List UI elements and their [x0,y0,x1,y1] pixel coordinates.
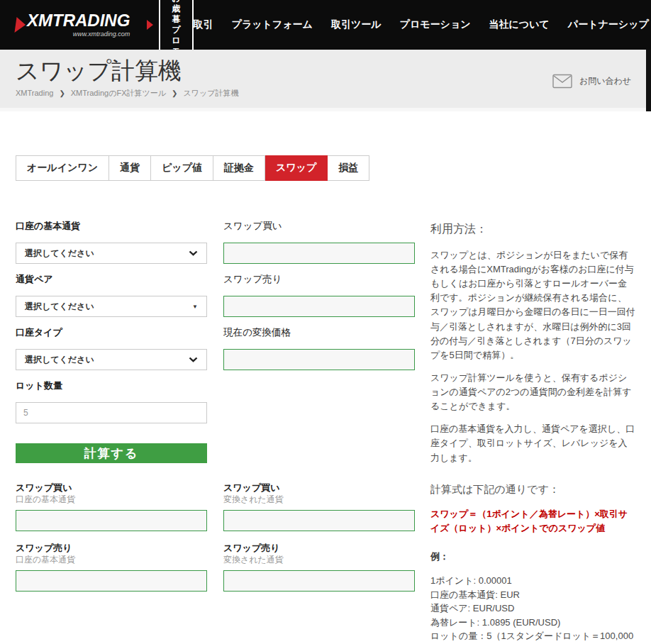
account-type-select[interactable]: 選択してください [16,349,207,370]
breadcrumb-separator-icon: ❯ [172,89,177,97]
swap-long-field [223,243,415,264]
breadcrumb-fx-tools[interactable]: XMTradingのFX計算ツール [71,88,166,99]
chevron-down-icon [189,250,198,256]
current-price-field [223,349,415,370]
calculator-tabs: オールインワン 通貨 ピップ値 証拠金 スワップ 損益 [16,155,635,181]
form-column-left: 口座の基本通貨 選択してください 通貨ペア 選択してください [16,221,207,463]
lot-amount-label: ロット数量 [16,380,207,391]
example-line: ロットの量：5（1スタンダードロット＝100,000通貨） [430,629,635,644]
breadcrumb-home[interactable]: XMTrading [16,89,53,97]
form-column-middle: スワップ買い スワップ売り 現在の変換価格 [223,221,415,463]
result-swap-long-base-field [16,510,207,531]
base-currency-label: 口座の基本通貨 [16,221,207,231]
main-nav: 取引 プラットフォーム 取引ツール プロモーション 当社について パートナーシッ… [194,18,649,31]
nav-item-promotions[interactable]: プロモーション [400,18,471,31]
nav-item-tools[interactable]: 取引ツール [331,18,382,31]
tab-all-in-one[interactable]: オールインワン [16,155,109,181]
tab-margin[interactable]: 証拠金 [213,155,265,181]
content: オールインワン 通貨 ピップ値 証拠金 スワップ 損益 口座の基本通貨 選択して… [0,155,651,644]
brand-logo[interactable]: XMTRADING www.xmtrading.com [16,12,130,38]
base-currency-select[interactable]: 選択してください [16,243,207,264]
contact-link[interactable]: お問い合わせ [552,74,631,89]
example-line: 通貨ペア: EUR/USD [430,601,635,616]
swap-short-field [223,296,415,317]
example-line: 口座の基本通貨: EUR [430,588,635,602]
nav-item-partnership[interactable]: パートナーシップ [568,18,649,31]
page: XMTRADING www.xmtrading.com お歳暮 プロモ 取引 プ… [0,0,651,644]
usage-paragraph: 口座の基本通貨を入力し、通貨ペアを選択し、口座タイプ、取引ロットサイズ、レバレッ… [430,422,635,465]
result-swap-long-converted: スワップ買い 変換された通貨 [223,482,415,531]
calculate-button[interactable]: 計算する [16,443,207,463]
logo-url-text: www.xmtrading.com [73,30,130,38]
example-heading: 例： [430,550,635,564]
header: XMTRADING www.xmtrading.com お歳暮 プロモ 取引 プ… [0,0,651,50]
contact-label: お問い合わせ [579,75,631,87]
page-title: スワップ計算機 [16,57,635,85]
example-line: 1ポイント: 0.00001 [430,574,635,588]
results-grid: スワップ買い 口座の基本通貨 スワップ買い 変換された通貨 スワップ売り 口座の… [16,482,415,592]
usage-paragraph: スワップ計算ツールを使うと、保有するポジションの通貨ペアの2つの通貨間の金利差を… [430,371,635,413]
usage-paragraph: スワップとは、ポジションが日をまたいで保有される場合にXMTradingがお客様… [430,248,635,362]
usage-heading: 利用方法： [430,221,635,238]
promo-arrow-icon [147,20,153,30]
current-price-label: 現在の変換価格 [223,327,415,338]
result-swap-short-converted-field [223,570,415,592]
example-line: 為替レート: 1.0895 (EUR/USD) [430,616,635,630]
lot-amount-input[interactable] [16,402,207,423]
triangle-down-icon: ▼ [192,304,198,310]
breadcrumb: XMTrading ❯ XMTradingのFX計算ツール ❯ スワップ計算機 [16,88,635,99]
envelope-icon [552,74,572,89]
tab-profit-loss[interactable]: 損益 [328,155,369,181]
tab-swap[interactable]: スワップ [265,155,328,181]
swap-short-label: スワップ売り [223,274,415,284]
hero-right-dark-strip [646,50,651,111]
account-type-label: 口座タイプ [16,327,207,338]
formula-heading: 計算式は下記の通りです： [430,481,635,497]
info-sidebar: 利用方法： スワップとは、ポジションが日をまたいで保有される場合にXMTradi… [430,221,635,644]
breadcrumb-current: スワップ計算機 [183,88,238,99]
chevron-down-icon [189,357,198,362]
breadcrumb-separator-icon: ❯ [59,89,65,97]
result-swap-short-converted: スワップ売り 変換された通貨 [223,543,415,592]
result-swap-short-base-field [16,570,207,592]
logo-arrow-icon [14,17,26,33]
currency-pair-label: 通貨ペア [16,274,207,284]
promo-badge-line1: お歳暮 [172,0,180,25]
nav-item-about[interactable]: 当社について [489,18,550,31]
calculator-form: 口座の基本通貨 選択してください 通貨ペア 選択してください [16,221,415,644]
logo-brand-text: XMTRADING [27,12,130,29]
nav-item-platforms[interactable]: プラットフォーム [232,18,313,31]
result-swap-long-base: スワップ買い 口座の基本通貨 [16,482,207,531]
swap-long-label: スワップ買い [223,221,415,231]
formula-text: スワップ＝（1ポイント／為替レート）×取引サイズ（ロット）×ポイントでのスワップ… [430,507,635,535]
hero-band: スワップ計算機 XMTrading ❯ XMTradingのFX計算ツール ❯ … [0,50,651,111]
tab-currency[interactable]: 通貨 [109,155,151,181]
tab-pip-value[interactable]: ピップ値 [151,155,213,181]
example-lines: 1ポイント: 0.00001 口座の基本通貨: EUR 通貨ペア: EUR/US… [430,574,635,644]
currency-pair-select[interactable]: 選択してください ▼ [16,296,207,317]
nav-item-trading[interactable]: 取引 [194,18,213,31]
result-swap-long-converted-field [223,510,415,531]
result-swap-short-base: スワップ売り 口座の基本通貨 [16,543,207,592]
